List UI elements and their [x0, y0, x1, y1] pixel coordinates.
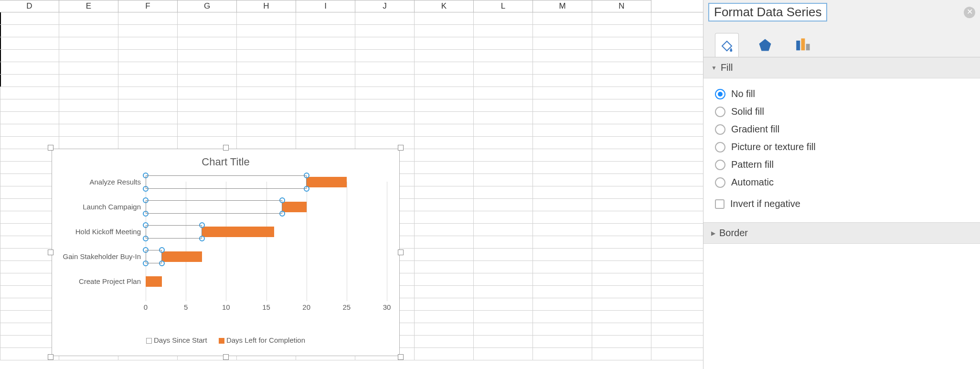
grid-cell[interactable] [592, 162, 651, 174]
grid-cell[interactable] [415, 261, 474, 273]
tab-series-options[interactable] [791, 33, 815, 57]
resize-handle[interactable] [223, 354, 229, 360]
grid-cell[interactable] [533, 112, 592, 124]
grid-cell[interactable] [355, 112, 415, 124]
grid-cell[interactable] [533, 75, 592, 87]
grid-cell[interactable] [415, 75, 474, 87]
grid-cell[interactable] [118, 75, 178, 87]
grid-cell[interactable] [415, 124, 474, 136]
grid-cell[interactable] [474, 112, 533, 124]
grid-cell[interactable] [415, 323, 474, 335]
grid-cell[interactable] [237, 12, 296, 24]
grid-cell[interactable] [474, 199, 533, 211]
grid-cell[interactable] [296, 12, 355, 24]
grid-cell[interactable] [59, 62, 118, 74]
radio-gradient-fill[interactable]: Gradient fill [715, 120, 969, 138]
grid-cell[interactable] [592, 311, 651, 323]
resize-handle[interactable] [48, 354, 53, 360]
grid-cell[interactable] [533, 211, 592, 223]
grid-cell[interactable] [592, 236, 651, 248]
grid-cell[interactable] [415, 37, 474, 49]
col-header[interactable]: G [178, 0, 237, 12]
spreadsheet-grid[interactable]: D E F G H I J K L M N Chart Title 051015… [0, 0, 703, 369]
grid-cell[interactable] [533, 174, 592, 186]
grid-cell[interactable] [533, 137, 592, 149]
grid-cell[interactable] [355, 12, 415, 24]
section-border-header[interactable]: ▶ Border [703, 223, 980, 244]
radio-pattern-fill[interactable]: Pattern fill [715, 156, 969, 174]
grid-cell[interactable] [592, 149, 651, 161]
grid-cell[interactable] [533, 323, 592, 335]
grid-cell[interactable] [118, 25, 178, 37]
grid-cell[interactable] [415, 25, 474, 37]
grid-cell[interactable] [592, 174, 651, 186]
grid-cell[interactable] [118, 12, 178, 24]
col-header[interactable]: D [0, 0, 59, 12]
grid-cell[interactable] [533, 199, 592, 211]
grid-cell[interactable] [415, 186, 474, 198]
col-header[interactable]: H [237, 0, 296, 12]
bar-segment[interactable] [202, 227, 275, 237]
grid-cell[interactable] [296, 50, 355, 62]
grid-cell[interactable] [533, 286, 592, 298]
grid-cell[interactable] [592, 75, 651, 87]
grid-cell[interactable] [474, 124, 533, 136]
grid-cell[interactable] [533, 224, 592, 236]
grid-cell[interactable] [355, 37, 415, 49]
grid-cell[interactable] [237, 50, 296, 62]
grid-cell[interactable] [0, 112, 59, 124]
grid-cell[interactable] [0, 99, 59, 111]
category-label[interactable]: Launch Campaign [60, 203, 141, 211]
category-label[interactable]: Gain Stakeholder Buy-In [60, 252, 141, 260]
grid-cell[interactable] [533, 186, 592, 198]
grid-cell[interactable] [474, 348, 533, 360]
grid-cell[interactable] [592, 25, 651, 37]
grid-cell[interactable] [59, 50, 118, 62]
grid-cell[interactable] [118, 99, 178, 111]
grid-cell[interactable] [533, 25, 592, 37]
grid-cell[interactable] [118, 37, 178, 49]
grid-cell[interactable] [415, 199, 474, 211]
grid-cell[interactable] [592, 224, 651, 236]
grid-cell[interactable] [592, 336, 651, 347]
grid-cell[interactable] [0, 62, 59, 74]
grid-cell[interactable] [415, 224, 474, 236]
grid-cell[interactable] [474, 137, 533, 149]
grid-cell[interactable] [474, 286, 533, 298]
grid-cell[interactable] [415, 87, 474, 99]
legend-item-2[interactable]: Days Left for Completion [219, 336, 305, 344]
grid-cell[interactable] [533, 12, 592, 24]
grid-cell[interactable] [533, 261, 592, 273]
grid-cell[interactable] [296, 37, 355, 49]
radio-no-fill[interactable]: No fill [715, 85, 969, 103]
grid-cell[interactable] [178, 62, 237, 74]
grid-cell[interactable] [178, 25, 237, 37]
grid-cell[interactable] [237, 99, 296, 111]
grid-cell[interactable] [0, 75, 59, 87]
grid-cell[interactable] [237, 75, 296, 87]
grid-cell[interactable] [533, 249, 592, 260]
grid-cell[interactable] [474, 186, 533, 198]
grid-cell[interactable] [178, 99, 237, 111]
grid-cell[interactable] [592, 298, 651, 310]
grid-cell[interactable] [533, 50, 592, 62]
grid-cell[interactable] [237, 37, 296, 49]
col-header[interactable]: N [592, 0, 651, 12]
grid-cell[interactable] [415, 149, 474, 161]
bar-segment[interactable] [146, 276, 162, 287]
grid-cell[interactable] [474, 174, 533, 186]
grid-cell[interactable] [237, 62, 296, 74]
resize-handle[interactable] [398, 145, 404, 151]
col-header[interactable]: E [59, 0, 118, 12]
grid-cell[interactable] [533, 311, 592, 323]
radio-picture-fill[interactable]: Picture or texture fill [715, 138, 969, 156]
grid-cell[interactable] [533, 99, 592, 111]
resize-handle[interactable] [398, 250, 404, 255]
grid-cell[interactable] [118, 50, 178, 62]
grid-cell[interactable] [296, 25, 355, 37]
grid-cell[interactable] [474, 261, 533, 273]
grid-cell[interactable] [415, 62, 474, 74]
chart-title[interactable]: Chart Title [52, 149, 399, 171]
grid-cell[interactable] [592, 323, 651, 335]
grid-cell[interactable] [474, 336, 533, 347]
